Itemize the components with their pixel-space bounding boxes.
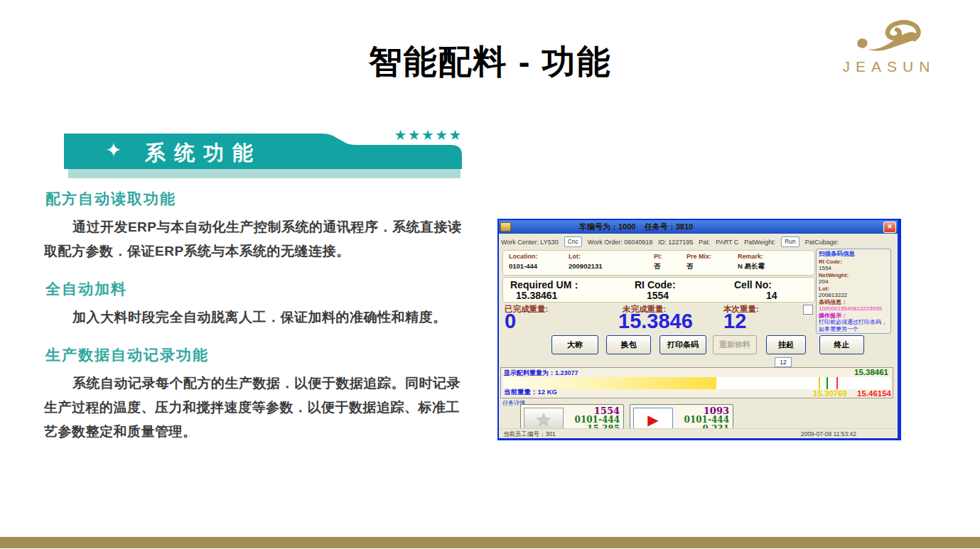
done-weight-value: 0 (505, 310, 516, 333)
progress-target-value: 15.38461 (854, 368, 888, 376)
scan-lot-label: Lot: (819, 286, 888, 293)
section-heading: 生产数据自动记录功能 (45, 345, 469, 365)
remark-field: Remark: N 易长霉 (738, 253, 765, 271)
scan-ri-value: 1554 (819, 265, 888, 272)
cell-no-value: 14 (766, 290, 777, 301)
lot-info-box: Location: 0101-444 Lot: 200902131 PI: 否 … (502, 250, 815, 276)
qty-input[interactable]: 12 (775, 357, 792, 367)
five-stars-icon: ★★★★★ (395, 128, 463, 143)
progress-box: 显示配料重量为：1.23077 15.38461 当前重量：12 KG 15.3… (500, 367, 893, 398)
pat-weight-label: PatWeight: (744, 239, 775, 246)
logo-swoosh-icon (849, 17, 929, 58)
scan-ri-label: RI Code: (819, 259, 888, 266)
slide: 智能配料 - 功能 JEASUN ✦ 系统功能 ★★★★★ 配方自动读取功能 通… (0, 0, 980, 549)
timestamp: 2009-07-08 11:53:42 (801, 430, 856, 437)
batching-app-window: 车编号为：1000 任务号：3810 ✕ Work Center: LY530 … (497, 219, 901, 440)
pat-label: Pat: (699, 239, 710, 246)
marker-green (826, 377, 828, 389)
required-um-value: 15.38461 (516, 290, 557, 301)
pi-field: PI: 否 (654, 253, 662, 271)
progress-bar (503, 377, 890, 389)
marker-yellow (819, 377, 820, 389)
pat-value: PART C (716, 239, 738, 246)
required-box: Required UM： 15.38461 RI Code: 1554 Cell… (502, 277, 815, 303)
banner-shadow (68, 169, 461, 178)
reweigh-button: 重新称料 (713, 335, 757, 354)
print-barcode-button[interactable]: 打印条码 (659, 335, 706, 354)
section-banner: ✦ 系统功能 ★★★★★ (64, 134, 466, 182)
barcode-value: 10000015540813223935 (819, 305, 888, 312)
scan-lot-value: 200813222 (819, 292, 888, 299)
current-weight-readout: 当前重量：12 KG (504, 388, 557, 397)
low-limit-value: 15.30769 (813, 389, 847, 398)
window-titlebar[interactable]: 车编号为：1000 任务号：3810 ✕ (499, 220, 898, 234)
work-order-field: Work Order: 06040919 (588, 239, 652, 246)
section-body: 通过开发ERP与本自动化生产控制系统的通讯程序．系统直接读取配方参数．保证ERP… (44, 215, 469, 263)
text-sections: 配方自动读取功能 通过开发ERP与本自动化生产控制系统的通讯程序．系统直接读取配… (44, 189, 469, 444)
location-field: Location: 0101-444 (509, 253, 538, 270)
status-bar: 当前员工编号：301 2009-07-08 11:53:42 (499, 428, 898, 438)
id-field: ID: 1227195 (658, 239, 693, 246)
premix-field: Pre Mix: 否 (686, 253, 711, 271)
high-limit-value: 15.46154 (857, 389, 891, 398)
logo-text: JEASUN (841, 58, 937, 75)
suspend-button[interactable]: 挂起 (766, 335, 806, 354)
scan-net-label: NetWeight: (819, 272, 888, 279)
lot-field: Lot: 200902131 (569, 253, 603, 270)
cnc-button[interactable]: Cnc (564, 237, 582, 247)
scan-net-value: 204 (819, 278, 888, 286)
employee-id-status: 当前员工编号：301 (503, 430, 556, 439)
current-weight-value: 12 (723, 310, 746, 333)
window-title: 车编号为：1000 任务号：3810 (579, 222, 693, 232)
cell-no-label: Cell No: (734, 279, 772, 290)
section-body: 加入大料时段完全自动脱离人工．保证加料的准确性和精度。 (44, 305, 469, 330)
jeasun-logo: JEASUN (841, 17, 937, 75)
section-body: 系统自动记录每个配方的生产数据．以便于数据追踪。同时记录生产过程的温度、压力和搅… (44, 371, 469, 444)
window-icon (500, 222, 511, 232)
change-bag-button[interactable]: 换包 (606, 335, 651, 354)
marker-red (836, 377, 838, 389)
run-button[interactable]: Run (781, 237, 799, 247)
section-auto-feed: 全自动加料 加入大料时段完全自动脱离人工．保证加料的准确性和精度。 (44, 279, 469, 330)
footer-bar (0, 537, 980, 548)
scan-info-panel: 扫描条码信息 RI Code: 1554 NetWeight: 204 Lot:… (816, 249, 891, 334)
ri-code-value: 1554 (647, 290, 669, 301)
section-heading: 全自动加料 (45, 279, 469, 299)
checkbox[interactable] (803, 305, 813, 315)
pat-cubage-label: PatCubage: (805, 239, 839, 246)
hint-text: 打印前必须通过打印条码，如果需要另一个 (819, 319, 888, 332)
close-icon[interactable]: ✕ (883, 222, 896, 233)
work-center-field: Work Center: LY530 (501, 239, 559, 246)
terminate-button[interactable]: 终止 (819, 335, 864, 354)
big-scale-button[interactable]: 大称 (551, 335, 598, 354)
section-data-record: 生产数据自动记录功能 系统自动记录每个配方的生产数据．以便于数据追踪。同时记录生… (44, 345, 469, 444)
section-recipe-read: 配方自动读取功能 通过开发ERP与本自动化生产控制系统的通讯程序．系统直接读取配… (44, 189, 469, 263)
four-point-star-icon: ✦ (105, 138, 122, 162)
ri-code-label: RI Code: (635, 279, 676, 290)
barcode-label: 条码信息： (819, 299, 888, 306)
header-fields-row: Work Center: LY530 Cnc Work Order: 06040… (501, 235, 895, 249)
page-title: 智能配料 - 功能 (0, 40, 980, 85)
banner-title: 系统功能 (145, 139, 262, 168)
section-heading: 配方自动读取功能 (45, 189, 469, 209)
remain-weight-value: 15.3846 (618, 310, 693, 333)
hint-label: 操作提示： (819, 312, 888, 320)
scan-panel-title: 扫描条码信息 (819, 251, 888, 258)
